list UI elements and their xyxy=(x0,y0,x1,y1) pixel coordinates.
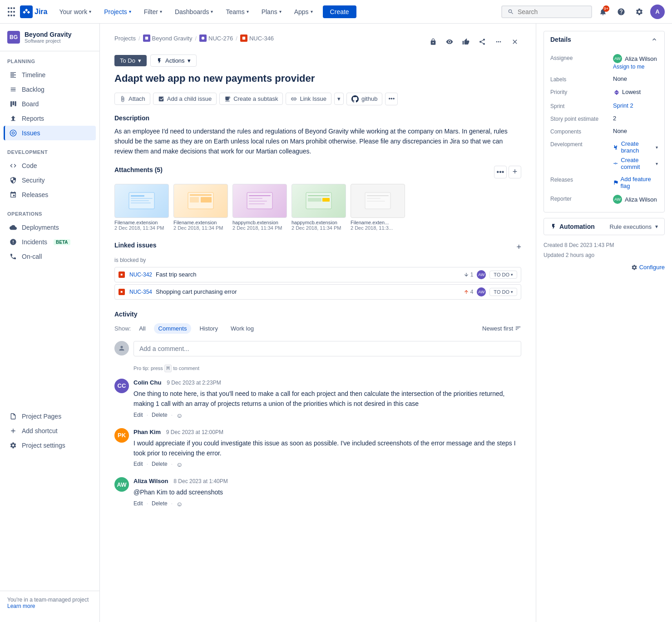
linked-status-2[interactable]: TO DO ▾ xyxy=(489,288,517,296)
linked-row[interactable]: ■ NUC-342 Fast trip search 1 AW TO DO ▾ xyxy=(114,267,521,282)
delete-comment-2[interactable]: Delete xyxy=(152,461,168,468)
lightning-icon xyxy=(156,58,163,64)
breadcrumb-project[interactable]: Beyond Gravity xyxy=(143,35,193,42)
sidebar-item-incidents[interactable]: Incidents BETA xyxy=(4,235,96,249)
settings-button[interactable] xyxy=(632,5,647,19)
lightning-auto-icon xyxy=(550,223,557,230)
close-icon xyxy=(511,38,519,45)
react-comment-1[interactable]: ☺ xyxy=(176,412,183,419)
react-comment-2[interactable]: ☺ xyxy=(176,461,183,468)
learn-more-link[interactable]: Learn more xyxy=(7,603,35,609)
nav-filter[interactable]: Filter▾ xyxy=(139,5,167,18)
add-linked-issue-button[interactable]: + xyxy=(516,242,521,252)
filter-worklog[interactable]: Work log xyxy=(226,323,258,334)
details-toggle[interactable]: Details xyxy=(544,31,664,48)
share-button[interactable] xyxy=(476,35,489,48)
sidebar-item-security[interactable]: Security xyxy=(4,173,96,188)
avatar[interactable]: A xyxy=(650,5,665,19)
nav-dashboards[interactable]: Dashboards▾ xyxy=(170,5,218,18)
sidebar-project[interactable]: BG Beyond Gravity Software project xyxy=(0,24,99,51)
attachment-item[interactable]: happymcb.extension 2 Dec 2018, 11:34 PM xyxy=(292,184,346,231)
sidebar-item-deployments[interactable]: Deployments xyxy=(4,220,96,235)
topnav: Jira Your work▾ Projects▾ Filter▾ Dashbo… xyxy=(0,0,672,24)
nav-teams[interactable]: Teams▾ xyxy=(221,5,253,18)
react-comment-3[interactable]: ☺ xyxy=(176,500,183,508)
notifications-button[interactable]: 9+ xyxy=(596,5,610,19)
activity-sort[interactable]: Newest first xyxy=(482,325,521,332)
svg-rect-16 xyxy=(249,195,271,196)
filter-history[interactable]: History xyxy=(195,323,222,334)
incidents-icon xyxy=(9,238,17,246)
sidebar-item-project-pages[interactable]: Project Pages xyxy=(4,409,96,424)
help-button[interactable] xyxy=(614,5,628,19)
create-branch-btn[interactable]: Create branch ▾ xyxy=(613,140,658,154)
toolbar-more-button[interactable]: ••• xyxy=(385,93,398,105)
nav-plans[interactable]: Plans▾ xyxy=(257,5,286,18)
nav-apps[interactable]: Apps▾ xyxy=(290,5,317,18)
create-subtask-button[interactable]: Create a subtask xyxy=(219,93,283,105)
child-issue-button[interactable]: Add a child issue xyxy=(153,93,217,105)
status-button[interactable]: To Do ▾ xyxy=(114,55,147,66)
close-button[interactable] xyxy=(509,35,521,48)
linked-status-1[interactable]: TO DO ▾ xyxy=(489,271,517,279)
create-commit-btn[interactable]: Create commit ▾ xyxy=(613,157,658,170)
flag-icon xyxy=(613,179,619,186)
nav-projects[interactable]: Projects▾ xyxy=(99,5,136,18)
sidebar-item-add-shortcut[interactable]: Add shortcut xyxy=(4,424,96,438)
linked-issue-id-2[interactable]: NUC-354 xyxy=(129,289,152,295)
branch-icon xyxy=(613,144,618,150)
edit-comment-1[interactable]: Edit xyxy=(133,412,143,419)
settings-icon xyxy=(635,8,643,16)
watch-button[interactable] xyxy=(443,35,456,48)
link-dropdown-button[interactable]: ▾ xyxy=(334,93,344,105)
jira-logo[interactable]: Jira xyxy=(20,5,47,18)
attachment-item[interactable]: happymcb.extension 2 Dec 2018, 11:34 PM xyxy=(232,184,287,231)
breadcrumb-current-issue[interactable]: NUC-346 xyxy=(240,35,274,42)
create-button[interactable]: Create xyxy=(323,5,356,18)
sidebar-item-releases[interactable]: Releases xyxy=(4,188,96,202)
sprint-link[interactable]: Sprint 2 xyxy=(613,102,658,109)
sidebar-item-code[interactable]: Code xyxy=(4,158,96,173)
priority-row: Priority Lowest xyxy=(550,85,658,99)
edit-comment-2[interactable]: Edit xyxy=(133,461,143,468)
automation-toggle[interactable]: Automation Rule executions ▾ xyxy=(544,218,664,235)
sidebar-item-oncall[interactable]: On-call xyxy=(4,249,96,264)
sidebar-item-board[interactable]: Board xyxy=(4,97,96,111)
more-options-button[interactable] xyxy=(492,35,505,48)
lock-button[interactable] xyxy=(427,35,440,48)
attach-button[interactable]: Attach xyxy=(114,93,150,105)
sidebar-item-issues[interactable]: Issues xyxy=(4,126,96,140)
attachment-item[interactable]: Filename.extension 2 Dec 2018, 11:34 PM xyxy=(114,184,169,231)
github-button[interactable]: github xyxy=(346,93,382,105)
attachments-more[interactable]: ••• xyxy=(494,166,507,178)
breadcrumb-parent-issue[interactable]: NUC-276 xyxy=(199,35,233,42)
configure-link[interactable]: Configure xyxy=(631,264,665,271)
edit-comment-3[interactable]: Edit xyxy=(133,500,143,508)
search-input[interactable] xyxy=(518,8,581,15)
sidebar-item-backlog[interactable]: Backlog xyxy=(4,82,96,97)
nav-your-work[interactable]: Your work▾ xyxy=(54,5,96,18)
sidebar-item-timeline[interactable]: Timeline xyxy=(4,68,96,82)
link-issue-button[interactable]: Link Issue xyxy=(286,93,331,105)
attachment-item[interactable]: Filename.exten... 2 Dec 2018, 11:3... xyxy=(351,184,405,231)
delete-comment-1[interactable]: Delete xyxy=(152,412,168,419)
add-feature-flag-btn[interactable]: Add feature flag xyxy=(613,176,658,189)
actions-button[interactable]: Actions ▾ xyxy=(150,54,197,67)
issue-details-panel: Details Assignee AW Aliza Wilson xyxy=(536,24,672,622)
like-button[interactable] xyxy=(460,35,472,48)
sidebar-item-reports[interactable]: Reports xyxy=(4,111,96,126)
filter-all[interactable]: All xyxy=(134,323,150,334)
grid-icon[interactable] xyxy=(7,7,15,17)
sidebar-item-project-settings[interactable]: Project settings xyxy=(4,438,96,453)
sidebar-footer: You're in a team-managed project Learn m… xyxy=(0,591,99,615)
comment-input[interactable]: Add a comment... xyxy=(133,341,521,356)
search-bar[interactable] xyxy=(501,5,592,18)
delete-comment-3[interactable]: Delete xyxy=(152,500,168,508)
attachment-item[interactable]: Filename.extension 2 Dec 2018, 11:34 PM xyxy=(173,184,228,231)
breadcrumb-projects[interactable]: Projects xyxy=(114,35,136,42)
filter-comments[interactable]: Comments xyxy=(154,323,192,334)
assign-to-me-link[interactable]: Assign to me xyxy=(613,64,644,70)
attachments-add[interactable]: + xyxy=(509,166,521,178)
linked-row[interactable]: ■ NUC-354 Shopping cart purchasing error… xyxy=(114,284,521,300)
linked-issue-id-1[interactable]: NUC-342 xyxy=(129,272,152,278)
